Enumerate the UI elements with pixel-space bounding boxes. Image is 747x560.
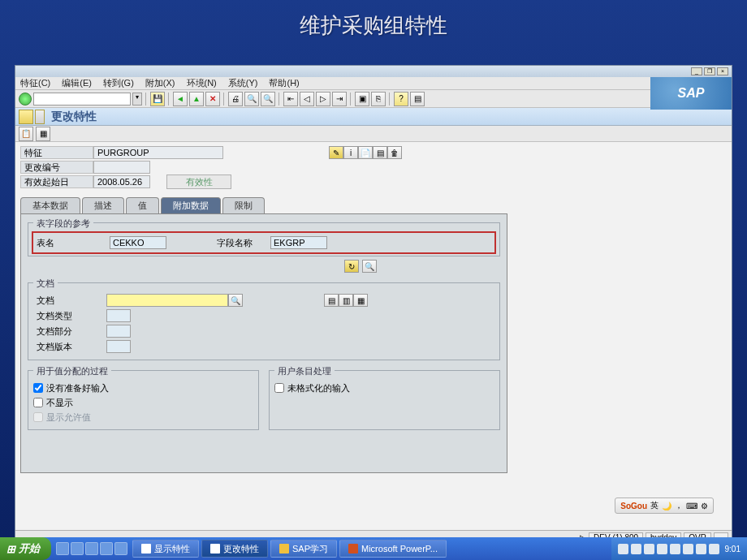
tab-basic-data[interactable]: 基本数据 (20, 197, 80, 213)
menu-help[interactable]: 帮助(H) (269, 77, 299, 89)
chk-not-ready-input[interactable]: 没有准备好输入 (33, 381, 253, 395)
system-tray: 9:01 (611, 537, 747, 560)
sogou-logo: SoGou (620, 502, 647, 510)
menu-system[interactable]: 系统(Y) (228, 77, 258, 89)
tab-panel-additional-data: 表字段的参考 表名 字段名称 ↻ 🔍 文档 文档 (20, 213, 507, 473)
characteristic-value[interactable]: PURGROUP (93, 146, 223, 159)
tray-icon-7[interactable] (696, 544, 706, 554)
toggle-icon[interactable]: ✎ (329, 146, 343, 159)
valid-from-value[interactable]: 2008.05.26 (93, 175, 150, 188)
ime-moon-icon[interactable]: 🌙 (662, 502, 671, 510)
next-page-icon[interactable]: ▷ (316, 92, 330, 106)
menu-extras[interactable]: 附加(X) (145, 77, 175, 89)
task-display-char[interactable]: 显示特性 (132, 540, 199, 558)
ql-icon-5[interactable] (114, 542, 127, 555)
ql-icon-2[interactable] (71, 542, 84, 555)
doc-nav1-icon[interactable]: ▤ (324, 294, 339, 307)
chk-unformatted-box[interactable] (274, 383, 284, 393)
clock[interactable]: 9:01 (725, 545, 741, 554)
chk-no-display-label: 不显示 (46, 397, 73, 409)
tab-description[interactable]: 描述 (82, 197, 124, 213)
last-page-icon[interactable]: ⇥ (332, 92, 347, 106)
chk-no-display[interactable]: 不显示 (33, 395, 253, 410)
ime-comma-icon[interactable]: ， (675, 500, 683, 511)
dropdown-icon[interactable] (35, 110, 45, 124)
doc-part-input[interactable] (106, 325, 131, 338)
table-name-input[interactable] (110, 236, 166, 249)
ql-icon-4[interactable] (100, 542, 113, 555)
minimize-icon[interactable]: _ (691, 67, 702, 75)
refresh-icon[interactable]: ↻ (344, 260, 359, 273)
print-icon[interactable]: 🖨 (228, 92, 243, 106)
ql-icon-1[interactable] (56, 542, 69, 555)
tray-icon-2[interactable] (631, 544, 641, 554)
tray-icon-4[interactable] (657, 544, 667, 554)
chk-not-ready-box[interactable] (33, 383, 43, 393)
doc-version-label: 文档版本 (33, 340, 106, 353)
doc-type-input[interactable] (106, 309, 131, 322)
copy-from-icon[interactable]: 📋 (19, 127, 33, 141)
windows-taskbar: ⊞ 开始 显示特性 更改特性 SAP学习 Microsoft PowerP...… (0, 537, 747, 560)
enter-icon[interactable] (19, 93, 32, 106)
ime-mode[interactable]: 英 (650, 500, 658, 511)
tab-restrictions[interactable]: 限制 (222, 197, 265, 213)
change-number-value[interactable] (93, 161, 150, 174)
chk-no-display-box[interactable] (33, 398, 43, 407)
command-field[interactable] (33, 93, 131, 106)
field-name-input[interactable] (270, 236, 327, 249)
task-sap-study[interactable]: SAP学习 (270, 540, 337, 558)
layout-icon[interactable]: ▤ (410, 92, 425, 106)
command-dropdown-icon[interactable]: ▾ (132, 93, 142, 106)
ql-icon-3[interactable] (85, 542, 98, 555)
display-change-toggle-icon[interactable] (19, 110, 33, 124)
chk-unformatted-label: 未格式化的输入 (287, 382, 350, 394)
document-input[interactable] (106, 294, 228, 307)
overview-icon[interactable]: ▦ (36, 127, 50, 141)
prev-page-icon[interactable]: ◁ (300, 92, 314, 106)
tray-icon-1[interactable] (618, 544, 628, 554)
menu-environment[interactable]: 环境(N) (187, 77, 217, 89)
tray-icon-3[interactable] (644, 544, 654, 554)
first-page-icon[interactable]: ⇤ (283, 92, 298, 106)
validity-button[interactable]: 有效性 (166, 174, 231, 189)
menu-goto[interactable]: 转到(G) (103, 77, 134, 89)
find-icon[interactable]: 🔍 (244, 92, 259, 106)
menu-characteristic[interactable]: 特征(C) (20, 77, 50, 89)
search-help-icon[interactable]: 🔍 (362, 260, 377, 273)
tab-values[interactable]: 值 (126, 197, 159, 213)
task-change-char[interactable]: 更改特性 (201, 540, 268, 558)
shortcut-icon[interactable]: ⎘ (371, 92, 386, 106)
tray-icon-5[interactable] (670, 544, 680, 554)
help-icon[interactable]: ? (394, 92, 408, 106)
info-icon[interactable]: i (343, 146, 358, 159)
document-search-icon[interactable]: 🔍 (228, 294, 243, 307)
tab-additional-data[interactable]: 附加数据 (161, 197, 221, 213)
tray-icon-8[interactable] (709, 544, 719, 554)
ime-toolbar[interactable]: SoGou 英 🌙 ， ⌨ ⚙ (615, 498, 714, 514)
task-powerpoint[interactable]: Microsoft PowerP... (339, 540, 447, 558)
ime-settings-icon[interactable]: ⚙ (701, 502, 708, 510)
tray-icon-6[interactable] (683, 544, 693, 554)
find-next-icon[interactable]: 🔍 (261, 92, 275, 106)
restore-icon[interactable]: ❐ (704, 67, 715, 75)
cancel-icon[interactable]: ✕ (205, 92, 220, 106)
document-label: 文档 (33, 294, 106, 307)
close-icon[interactable]: × (717, 67, 728, 75)
back-icon[interactable]: ◄ (173, 92, 188, 106)
delete-icon[interactable]: 🗑 (387, 146, 402, 159)
exit-icon[interactable]: ▲ (189, 92, 204, 106)
doc-nav3-icon[interactable]: ▦ (353, 294, 368, 307)
chk-show-allowed-box (33, 412, 43, 422)
save-icon[interactable]: 💾 (150, 92, 165, 106)
doc-version-input[interactable] (106, 340, 131, 353)
new-session-icon[interactable]: ▣ (355, 92, 369, 106)
menu-edit[interactable]: 编辑(E) (62, 77, 92, 89)
start-button[interactable]: ⊞ 开始 (0, 537, 51, 560)
ime-keyboard-icon[interactable]: ⌨ (686, 502, 697, 510)
list-icon[interactable]: ▤ (373, 146, 387, 159)
app-toolbar: 📋 ▦ (15, 126, 732, 142)
copy-icon[interactable]: 📄 (358, 146, 373, 159)
doc-nav2-icon[interactable]: ▥ (339, 294, 353, 307)
chk-unformatted[interactable]: 未格式化的输入 (274, 381, 494, 395)
valid-from-label: 有效起始日 (20, 175, 93, 188)
